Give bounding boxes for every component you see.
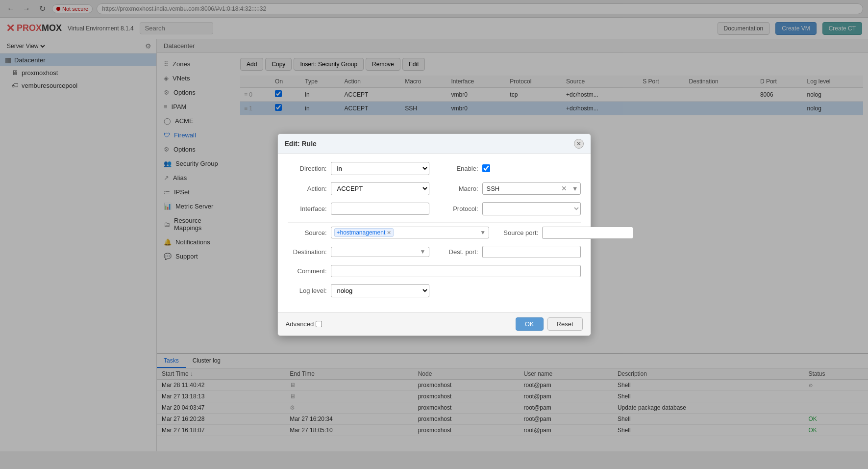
source-tag-inner-input[interactable] — [396, 229, 478, 236]
dest-port-input[interactable] — [482, 246, 581, 258]
enable-checkbox[interactable] — [482, 164, 490, 172]
source-tag-remove[interactable]: ✕ — [387, 230, 391, 236]
interface-field: Interface: vmbr0 — [288, 203, 429, 215]
macro-dropdown-icon[interactable]: ▼ — [570, 185, 580, 192]
modal-overlay: Edit: Rule ✕ Direction: in Enable: — [0, 0, 868, 451]
direction-label: Direction: — [288, 165, 327, 172]
form-row-direction: Direction: in Enable: — [288, 162, 581, 175]
destination-tag-input[interactable]: ▼ — [331, 247, 429, 257]
loglevel-label: Log level: — [288, 287, 327, 294]
advanced-label: Advanced — [286, 320, 322, 328]
source-tag-value: +hostmanagement — [337, 229, 386, 236]
source-port-label: Source port: — [499, 229, 538, 236]
modal-close-button[interactable]: ✕ — [574, 139, 584, 149]
macro-input-container: SSH ✕ ▼ — [482, 182, 581, 195]
source-dropdown-icon[interactable]: ▼ — [480, 229, 486, 236]
action-label: Action: — [288, 185, 327, 192]
modal-body: Direction: in Enable: Action: ACCEPT — [278, 154, 591, 312]
enable-label: Enable: — [439, 165, 478, 172]
modal-footer: Advanced OK Reset — [278, 312, 591, 336]
macro-value: SSH — [483, 183, 558, 194]
loglevel-field: Log level: nolog — [288, 284, 429, 297]
source-field: Source: +hostmanagement ✕ ▼ — [288, 227, 490, 238]
reset-button[interactable]: Reset — [547, 317, 583, 331]
protocol-label: Protocol: — [439, 205, 478, 212]
source-label: Source: — [288, 229, 327, 236]
protocol-field: Protocol: — [439, 202, 581, 215]
protocol-select[interactable] — [482, 202, 581, 215]
modal-header: Edit: Rule ✕ — [278, 134, 591, 154]
form-row-interface: Interface: vmbr0 Protocol: — [288, 202, 581, 215]
macro-label: Macro: — [439, 185, 478, 192]
action-select[interactable]: ACCEPT — [331, 182, 429, 195]
enable-field: Enable: — [439, 164, 581, 172]
comment-label: Comment: — [288, 267, 327, 275]
direction-select[interactable]: in — [331, 162, 429, 175]
modal-title: Edit: Rule — [285, 140, 317, 148]
form-row-comment: Comment: — [288, 265, 581, 277]
source-tag-input[interactable]: +hostmanagement ✕ ▼ — [331, 227, 490, 238]
source-tag: +hostmanagement ✕ — [334, 228, 394, 237]
action-field: Action: ACCEPT — [288, 182, 429, 195]
comment-input[interactable] — [331, 265, 581, 277]
dest-port-field: Dest. port: — [439, 246, 581, 258]
destination-field: Destination: ▼ — [288, 247, 429, 257]
comment-field: Comment: — [288, 265, 581, 277]
destination-inner-input[interactable] — [334, 248, 418, 256]
form-row-loglevel: Log level: nolog — [288, 284, 581, 297]
form-row-destination: Destination: ▼ Dest. port: — [288, 246, 581, 258]
form-row-source: Source: +hostmanagement ✕ ▼ Source port: — [288, 227, 581, 239]
source-port-field: Source port: — [499, 227, 633, 239]
edit-rule-modal: Edit: Rule ✕ Direction: in Enable: — [277, 133, 591, 336]
macro-field: Macro: SSH ✕ ▼ — [439, 182, 581, 195]
interface-label: Interface: — [288, 205, 327, 212]
ok-button[interactable]: OK — [516, 317, 544, 331]
destination-dropdown-icon[interactable]: ▼ — [420, 248, 426, 255]
dest-port-label: Dest. port: — [439, 248, 478, 256]
advanced-checkbox[interactable] — [316, 321, 322, 327]
macro-clear-button[interactable]: ✕ — [558, 184, 570, 192]
advanced-text: Advanced — [286, 320, 314, 328]
destination-label: Destination: — [288, 248, 327, 256]
interface-input[interactable]: vmbr0 — [331, 203, 429, 215]
form-row-action: Action: ACCEPT Macro: SSH ✕ ▼ — [288, 182, 581, 195]
direction-field: Direction: in — [288, 162, 429, 175]
divider — [288, 222, 581, 223]
source-port-input[interactable] — [542, 227, 633, 239]
loglevel-select[interactable]: nolog — [331, 284, 429, 297]
